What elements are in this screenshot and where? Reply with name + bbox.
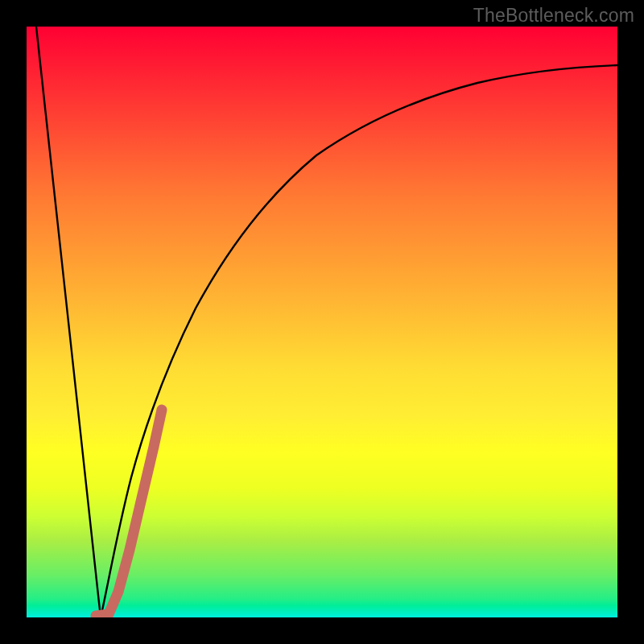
chart-frame: TheBottleneck.com <box>0 0 644 644</box>
watermark-text: TheBottleneck.com <box>473 5 634 27</box>
curve-desc <box>36 27 101 617</box>
curve-asc <box>101 65 617 617</box>
highlight-segment <box>96 410 162 616</box>
chart-svg <box>27 27 617 617</box>
plot-area <box>27 27 617 617</box>
